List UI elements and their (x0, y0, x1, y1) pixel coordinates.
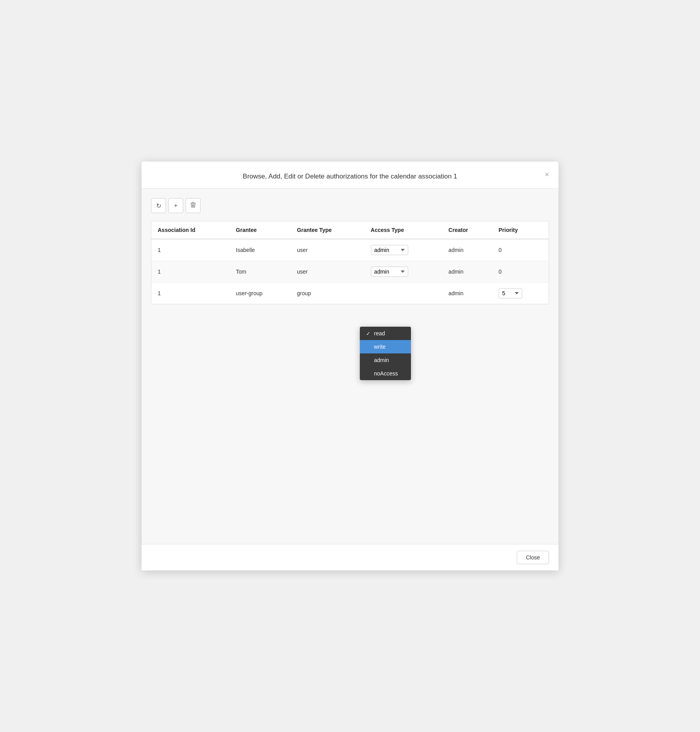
cell-creator: admin (442, 283, 492, 304)
cell-association-id: 1 (151, 239, 230, 261)
cell-priority: 0 (492, 261, 549, 283)
dropdown-item-label: read (374, 330, 385, 337)
access-type-select-tom[interactable]: read write admin noAccess (371, 267, 408, 277)
dropdown-item-label: write (374, 344, 386, 350)
table-header-row: Association Id Grantee Grantee Type Acce… (151, 221, 549, 239)
cell-priority[interactable]: 0 1 2 3 4 5 (492, 283, 549, 304)
col-association-id: Association Id (151, 221, 230, 239)
authorizations-table: Association Id Grantee Grantee Type Acce… (151, 221, 549, 304)
dropdown-item-label: noAccess (374, 370, 398, 377)
close-footer-button[interactable]: Close (517, 551, 549, 564)
access-type-select-isabelle[interactable]: read write admin noAccess (371, 245, 408, 255)
dropdown-item-read[interactable]: ✓ read (360, 327, 411, 340)
access-type-dropdown: ✓ read write admin noAccess (360, 327, 411, 380)
table-row: 1 Tom user read write admin noAccess adm… (151, 261, 549, 283)
cell-grantee-type: group (291, 283, 365, 304)
cell-grantee: Tom (230, 261, 291, 283)
priority-select-usergroup[interactable]: 0 1 2 3 4 5 (499, 288, 522, 298)
add-button[interactable]: + (168, 198, 183, 213)
col-priority: Priority (492, 221, 549, 239)
cell-priority: 0 (492, 239, 549, 261)
dropdown-item-write[interactable]: write (360, 340, 411, 353)
delete-button[interactable] (186, 198, 201, 213)
modal-header: Browse, Add, Edit or Delete authorizatio… (142, 162, 558, 189)
dropdown-item-noaccess[interactable]: noAccess (360, 367, 411, 380)
cell-grantee: user-group (230, 283, 291, 304)
modal-footer: Close (142, 544, 558, 570)
refresh-button[interactable]: ↻ (151, 198, 166, 213)
table-row: 1 Isabelle user read write admin noAcces… (151, 239, 549, 261)
cell-grantee-type: user (291, 261, 365, 283)
cell-association-id: 1 (151, 283, 230, 304)
refresh-icon: ↻ (156, 202, 161, 210)
cell-association-id: 1 (151, 261, 230, 283)
col-grantee-type: Grantee Type (291, 221, 365, 239)
table-row: 1 user-group group admin 0 1 2 3 4 (151, 283, 549, 304)
cell-creator: admin (442, 239, 492, 261)
dropdown-item-admin[interactable]: admin (360, 353, 411, 367)
col-grantee: Grantee (230, 221, 291, 239)
trash-icon (190, 202, 196, 210)
modal-body: ↻ + Associ (142, 189, 558, 544)
modal: Browse, Add, Edit or Delete authorizatio… (142, 162, 558, 570)
cell-access-type (365, 283, 442, 304)
check-icon: ✓ (366, 331, 372, 337)
cell-grantee: Isabelle (230, 239, 291, 261)
add-icon: + (174, 202, 177, 209)
modal-close-button[interactable]: × (543, 169, 551, 180)
modal-title: Browse, Add, Edit or Delete authorizatio… (243, 173, 457, 180)
dropdown-item-label: admin (374, 357, 389, 363)
col-access-type: Access Type (365, 221, 442, 239)
cell-grantee-type: user (291, 239, 365, 261)
table-container: Association Id Grantee Grantee Type Acce… (151, 221, 549, 304)
col-creator: Creator (442, 221, 492, 239)
cell-access-type[interactable]: read write admin noAccess (365, 261, 442, 283)
toolbar: ↻ + (151, 198, 549, 213)
cell-creator: admin (442, 261, 492, 283)
cell-access-type[interactable]: read write admin noAccess (365, 239, 442, 261)
